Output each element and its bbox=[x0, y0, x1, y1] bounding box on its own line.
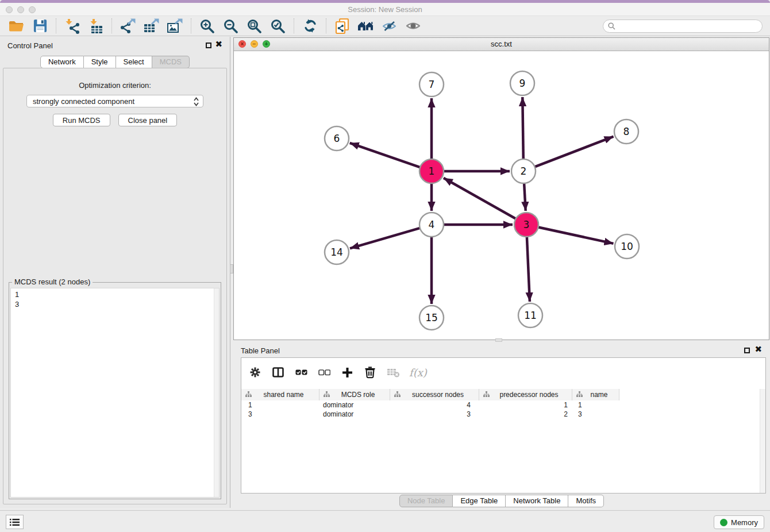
svg-text:2: 2 bbox=[521, 165, 527, 177]
column-header-predecessor-nodes[interactable]: predecessor nodes bbox=[479, 389, 572, 400]
table-cell[interactable]: dominator bbox=[319, 400, 390, 410]
trash-icon bbox=[364, 366, 376, 379]
export-table-button[interactable] bbox=[141, 17, 162, 34]
graph-edge-3-11[interactable] bbox=[527, 236, 530, 302]
result-scrollbar[interactable] bbox=[214, 288, 219, 497]
table-cell[interactable]: 3 bbox=[390, 410, 479, 419]
status-bar: Memory bbox=[0, 510, 770, 532]
column-header-name[interactable]: name bbox=[572, 389, 619, 400]
close-panel-icon[interactable]: ✖ bbox=[215, 40, 222, 49]
table-cell[interactable]: 1 bbox=[572, 400, 619, 410]
zoom-fit-button[interactable] bbox=[244, 17, 265, 34]
graph-edge-2-9[interactable] bbox=[522, 97, 523, 160]
graph-node-1[interactable]: 1 bbox=[419, 159, 444, 183]
float-panel-icon[interactable] bbox=[206, 43, 211, 48]
tree-sort-icon[interactable] bbox=[394, 391, 401, 399]
close-view-button[interactable]: × bbox=[238, 40, 246, 48]
graph-node-3[interactable]: 3 bbox=[514, 213, 538, 237]
graph-node-8[interactable]: 8 bbox=[614, 119, 638, 144]
minimize-view-button[interactable]: − bbox=[251, 40, 258, 48]
column-header-successor-nodes[interactable]: successor nodes bbox=[390, 389, 479, 400]
refresh-view-button[interactable] bbox=[299, 17, 321, 34]
tree-sort-icon[interactable] bbox=[324, 391, 330, 399]
tree-sort-icon[interactable] bbox=[483, 391, 490, 399]
split-panel-button[interactable] bbox=[271, 367, 285, 377]
graph-node-6[interactable]: 6 bbox=[325, 126, 349, 151]
create-column-button[interactable] bbox=[340, 367, 354, 378]
table-cell[interactable]: 2 bbox=[479, 410, 572, 419]
svg-text:15: 15 bbox=[425, 312, 438, 323]
unchecked-boxes-icon bbox=[318, 368, 330, 376]
node-table-container: f(x) shared nameMCDS rolesuccessor nodes… bbox=[241, 357, 766, 494]
table-cell[interactable]: 3 bbox=[572, 410, 619, 419]
search-input[interactable] bbox=[618, 22, 762, 31]
table-cell[interactable]: 3 bbox=[241, 410, 319, 419]
graph-edge-2-3[interactable] bbox=[524, 182, 526, 211]
deselect-all-columns-button[interactable] bbox=[317, 368, 331, 376]
network-window-titlebar[interactable]: × − + scc.txt bbox=[234, 38, 769, 51]
first-neighbors-button[interactable] bbox=[355, 17, 376, 34]
graph-node-15[interactable]: 15 bbox=[419, 306, 444, 330]
task-history-button[interactable] bbox=[6, 515, 24, 529]
import-table-icon bbox=[88, 18, 103, 34]
graph-node-4[interactable]: 4 bbox=[419, 213, 444, 237]
table-cell[interactable]: 4 bbox=[390, 400, 479, 410]
table-row[interactable]: 3dominator323 bbox=[241, 410, 759, 419]
table-cell[interactable]: dominator bbox=[319, 410, 390, 419]
select-all-columns-button[interactable] bbox=[294, 368, 308, 376]
table-cell[interactable]: 1 bbox=[479, 400, 572, 410]
tab-network-table[interactable]: Network Table bbox=[506, 495, 568, 507]
graph-node-7[interactable]: 7 bbox=[419, 72, 444, 97]
graph-edge-1-6[interactable] bbox=[350, 143, 421, 168]
graph-edge-2-8[interactable] bbox=[534, 137, 614, 168]
table-options-button[interactable] bbox=[248, 367, 262, 378]
zoom-in-icon bbox=[200, 19, 214, 33]
import-network-button[interactable] bbox=[61, 17, 83, 34]
run-mcds-button[interactable]: Run MCDS bbox=[53, 114, 110, 126]
zoom-out-button[interactable] bbox=[220, 17, 241, 34]
graph-node-2[interactable]: 2 bbox=[511, 159, 536, 183]
tab-motifs[interactable]: Motifs bbox=[568, 495, 604, 507]
table-scrollbar[interactable] bbox=[760, 389, 765, 493]
export-image-button[interactable] bbox=[164, 17, 186, 34]
mcds-result-area[interactable]: 1 3 bbox=[10, 288, 220, 498]
svg-text:3: 3 bbox=[523, 219, 530, 230]
graph-edge-4-14[interactable] bbox=[350, 228, 421, 248]
tab-style[interactable]: Style bbox=[84, 56, 116, 68]
graph-node-11[interactable]: 11 bbox=[518, 303, 542, 327]
float-table-panel-icon[interactable] bbox=[744, 348, 750, 353]
show-hidden-button[interactable] bbox=[402, 17, 424, 34]
import-table-button[interactable] bbox=[85, 17, 106, 34]
tab-edge-table[interactable]: Edge Table bbox=[453, 495, 506, 507]
tab-network[interactable]: Network bbox=[40, 56, 84, 68]
tab-select[interactable]: Select bbox=[116, 56, 152, 68]
open-session-button[interactable] bbox=[6, 17, 27, 34]
tab-mcds[interactable]: MCDS bbox=[152, 56, 190, 68]
tree-sort-icon[interactable] bbox=[245, 391, 252, 399]
delete-column-button[interactable] bbox=[363, 366, 377, 379]
tree-sort-icon[interactable] bbox=[576, 391, 583, 399]
search-field[interactable] bbox=[603, 20, 763, 33]
graph-edge-3-1[interactable] bbox=[444, 178, 517, 219]
close-panel-button[interactable]: Close panel bbox=[118, 114, 178, 126]
graph-edge-3-10[interactable] bbox=[537, 227, 614, 244]
graph-node-10[interactable]: 10 bbox=[615, 234, 639, 259]
tab-node-table[interactable]: Node Table bbox=[399, 495, 453, 507]
save-session-button[interactable] bbox=[29, 17, 51, 34]
table-cell[interactable]: 1 bbox=[241, 400, 319, 410]
criterion-select[interactable]: strongly connected component bbox=[26, 95, 203, 107]
zoom-selected-button[interactable] bbox=[267, 17, 288, 34]
graph-node-14[interactable]: 14 bbox=[325, 240, 349, 264]
clone-network-button[interactable] bbox=[332, 17, 353, 34]
maximize-view-button[interactable]: + bbox=[263, 40, 270, 48]
graph-node-9[interactable]: 9 bbox=[510, 71, 534, 95]
table-row[interactable]: 1dominator411 bbox=[241, 400, 759, 410]
column-header-MCDS-role[interactable]: MCDS role bbox=[319, 389, 390, 400]
hide-selected-button[interactable] bbox=[379, 17, 400, 34]
column-header-shared-name[interactable]: shared name bbox=[241, 389, 319, 400]
export-network-button[interactable] bbox=[117, 17, 138, 34]
close-table-panel-icon[interactable]: ✖ bbox=[754, 345, 762, 354]
zoom-in-button[interactable] bbox=[197, 17, 218, 34]
network-canvas[interactable]: 7968124314101511 bbox=[234, 51, 769, 340]
memory-button[interactable]: Memory bbox=[714, 515, 764, 529]
